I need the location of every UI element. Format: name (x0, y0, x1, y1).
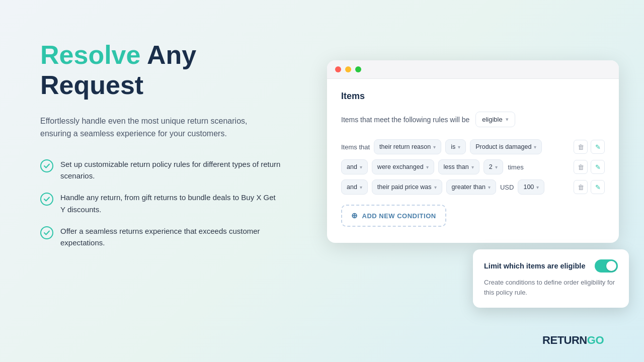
chevron-down-icon: ▾ (458, 144, 460, 150)
condition-prefix-3[interactable]: and ▾ (341, 179, 368, 195)
eligibility-select[interactable]: eligible ▾ (475, 112, 515, 127)
chevron-down-icon: ▾ (536, 185, 539, 190)
condition-row-2: and ▾ were exchanged ▾ less than ▾ 2 ▾ t… (341, 159, 605, 174)
condition-field-3[interactable]: their paid price was ▾ (372, 179, 442, 195)
condition-field-2[interactable]: were exchanged ▾ (372, 159, 434, 174)
condition-actions-3: 🗑 ✎ (574, 180, 605, 194)
condition-actions-1: 🗑 ✎ (574, 140, 605, 154)
add-condition-button[interactable]: ⊕ ADD NEW CONDITION (341, 205, 446, 227)
condition-prefix-1: Items that (341, 143, 370, 151)
delete-button-3[interactable]: 🗑 (574, 180, 588, 194)
browser-titlebar (327, 60, 619, 79)
condition-value-3[interactable]: 100 ▾ (518, 179, 544, 195)
feature-text-2: Handle any return, from gift returns to … (60, 192, 282, 215)
svg-point-1 (41, 193, 53, 205)
chevron-down-icon: ▾ (495, 164, 498, 170)
logo: RETURNGO (542, 334, 604, 347)
condition-operator-1[interactable]: is ▾ (445, 139, 466, 154)
svg-point-0 (41, 160, 53, 172)
delete-button-2[interactable]: 🗑 (574, 160, 588, 174)
toggle-eligible-items[interactable] (595, 259, 618, 273)
feature-item-1: Set up customizable return policy rules … (40, 158, 282, 182)
edit-button-1[interactable]: ✎ (591, 140, 605, 154)
logo-text-dark: RETURN (542, 334, 587, 346)
conditions-container: Items that their return reason ▾ is ▾ Pr… (341, 139, 605, 195)
condition-operator-2[interactable]: less than ▾ (438, 159, 479, 174)
expand-dot[interactable] (355, 66, 361, 72)
check-icon-2 (40, 193, 53, 206)
left-panel: Resolve AnyRequest Effortlessly handle e… (40, 40, 282, 248)
eligibility-row: Items that meet the following rules will… (341, 112, 605, 127)
plus-circle-icon: ⊕ (351, 211, 358, 220)
delete-button-1[interactable]: 🗑 (574, 140, 588, 154)
condition-row-3: and ▾ their paid price was ▾ greater tha… (341, 179, 605, 195)
chevron-down-icon: ▾ (471, 164, 474, 170)
feature-text-3: Offer a seamless returns experience that… (60, 225, 282, 249)
chevron-down-icon: ▾ (360, 164, 362, 170)
feature-text-1: Set up customizable return policy rules … (60, 158, 282, 182)
chevron-down-icon: ▾ (506, 116, 509, 123)
condition-actions-2: 🗑 ✎ (574, 160, 605, 174)
condition-row-1: Items that their return reason ▾ is ▾ Pr… (341, 139, 605, 154)
logo-text-green: GO (587, 334, 604, 346)
check-icon-3 (40, 226, 53, 239)
svg-point-2 (41, 227, 53, 239)
add-condition-label: ADD NEW CONDITION (362, 212, 436, 220)
edit-button-3[interactable]: ✎ (591, 180, 605, 194)
check-icon-1 (40, 159, 53, 172)
eligibility-label: Items that meet the following rules will… (341, 116, 469, 124)
condition-value-1[interactable]: Product is damaged ▾ (470, 139, 542, 154)
minimize-dot[interactable] (345, 66, 351, 72)
headline-resolve: Resolve (40, 40, 140, 69)
condition-value-2[interactable]: 2 ▾ (484, 159, 503, 174)
condition-currency-3: USD (500, 184, 514, 191)
chevron-down-icon: ▾ (360, 185, 362, 190)
subtitle: Effortlessly handle even the most unique… (40, 115, 252, 140)
browser-content: Items Items that meet the following rule… (327, 79, 619, 243)
close-dot[interactable] (335, 66, 341, 72)
chevron-down-icon: ▾ (488, 185, 491, 190)
headline: Resolve AnyRequest (40, 40, 282, 101)
tooltip-card: Limit which items are eligible Create co… (473, 249, 629, 308)
edit-button-2[interactable]: ✎ (591, 160, 605, 174)
tooltip-header: Limit which items are eligible (484, 259, 618, 273)
tooltip-title: Limit which items are eligible (484, 262, 585, 270)
chevron-down-icon: ▾ (433, 144, 436, 150)
chevron-down-icon: ▾ (534, 144, 536, 150)
browser-window: Items Items that meet the following rule… (327, 60, 619, 243)
condition-operator-3[interactable]: greater than ▾ (446, 179, 496, 195)
chevron-down-icon: ▾ (426, 164, 429, 170)
feature-item-2: Handle any return, from gift returns to … (40, 192, 282, 215)
chevron-down-icon: ▾ (434, 185, 437, 190)
feature-item-3: Offer a seamless returns experience that… (40, 225, 282, 249)
feature-list: Set up customizable return policy rules … (40, 158, 282, 249)
condition-suffix-2: times (508, 163, 524, 171)
condition-prefix-2[interactable]: and ▾ (341, 159, 368, 174)
eligibility-value: eligible (482, 116, 502, 123)
section-title: Items (341, 91, 605, 102)
condition-field-1[interactable]: their return reason ▾ (374, 139, 441, 154)
tooltip-description: Create conditions to define order eligib… (484, 278, 618, 298)
